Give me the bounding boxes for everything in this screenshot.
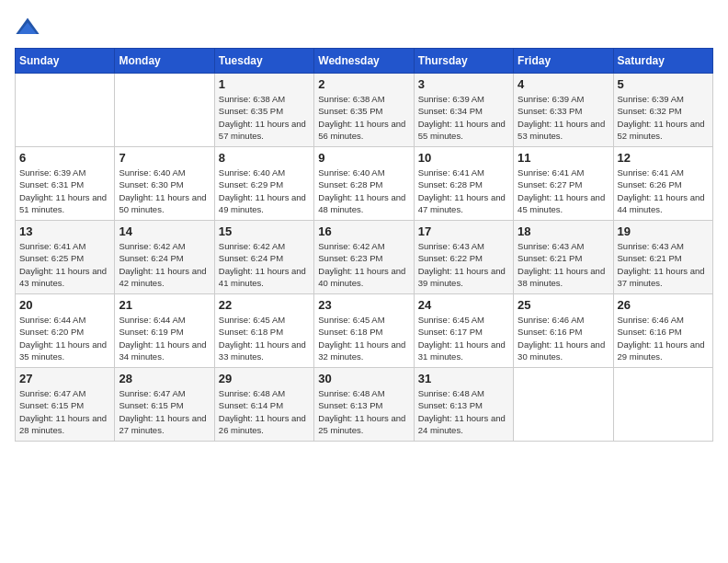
weekday-header-thursday: Thursday (414, 49, 513, 74)
day-number: 8 (219, 151, 310, 165)
day-info: Sunrise: 6:45 AM Sunset: 6:18 PM Dayligh… (219, 314, 310, 362)
day-info: Sunrise: 6:44 AM Sunset: 6:20 PM Dayligh… (19, 314, 110, 362)
calendar-week-row: 27Sunrise: 6:47 AM Sunset: 6:15 PM Dayli… (16, 368, 713, 442)
calendar-header-row: SundayMondayTuesdayWednesdayThursdayFrid… (16, 49, 713, 74)
calendar-cell: 13Sunrise: 6:41 AM Sunset: 6:25 PM Dayli… (16, 221, 115, 294)
calendar-cell (613, 368, 712, 442)
day-number: 12 (618, 151, 709, 165)
logo-icon (15, 15, 40, 40)
day-number: 15 (219, 224, 310, 238)
day-info: Sunrise: 6:45 AM Sunset: 6:17 PM Dayligh… (418, 314, 509, 362)
day-number: 14 (119, 224, 210, 238)
calendar-cell: 7Sunrise: 6:40 AM Sunset: 6:30 PM Daylig… (115, 147, 214, 221)
day-number: 7 (119, 151, 210, 165)
day-info: Sunrise: 6:41 AM Sunset: 6:28 PM Dayligh… (418, 167, 509, 215)
day-number: 5 (618, 77, 709, 91)
calendar-cell: 12Sunrise: 6:41 AM Sunset: 6:26 PM Dayli… (613, 147, 712, 221)
day-info: Sunrise: 6:39 AM Sunset: 6:33 PM Dayligh… (518, 93, 609, 142)
day-number: 1 (219, 77, 310, 91)
day-info: Sunrise: 6:48 AM Sunset: 6:13 PM Dayligh… (318, 387, 409, 436)
calendar-week-row: 1Sunrise: 6:38 AM Sunset: 6:35 PM Daylig… (16, 74, 713, 147)
day-info: Sunrise: 6:47 AM Sunset: 6:15 PM Dayligh… (19, 387, 110, 436)
day-info: Sunrise: 6:41 AM Sunset: 6:27 PM Dayligh… (518, 167, 609, 215)
day-number: 19 (618, 224, 709, 238)
calendar-cell: 29Sunrise: 6:48 AM Sunset: 6:14 PM Dayli… (214, 368, 313, 442)
calendar-cell: 20Sunrise: 6:44 AM Sunset: 6:20 PM Dayli… (16, 294, 115, 368)
day-number: 31 (418, 372, 509, 385)
weekday-header-monday: Monday (115, 49, 214, 74)
day-info: Sunrise: 6:39 AM Sunset: 6:32 PM Dayligh… (618, 93, 709, 142)
day-info: Sunrise: 6:45 AM Sunset: 6:18 PM Dayligh… (318, 314, 409, 362)
calendar-cell: 22Sunrise: 6:45 AM Sunset: 6:18 PM Dayli… (214, 294, 313, 368)
day-info: Sunrise: 6:48 AM Sunset: 6:14 PM Dayligh… (219, 387, 310, 436)
day-number: 22 (219, 298, 310, 312)
calendar-cell: 10Sunrise: 6:41 AM Sunset: 6:28 PM Dayli… (414, 147, 513, 221)
weekday-header-friday: Friday (514, 49, 613, 74)
calendar-cell: 6Sunrise: 6:39 AM Sunset: 6:31 PM Daylig… (16, 147, 115, 221)
calendar-cell: 24Sunrise: 6:45 AM Sunset: 6:17 PM Dayli… (414, 294, 513, 368)
day-info: Sunrise: 6:41 AM Sunset: 6:26 PM Dayligh… (618, 167, 709, 215)
day-number: 17 (418, 224, 509, 238)
day-number: 23 (318, 298, 409, 312)
day-info: Sunrise: 6:42 AM Sunset: 6:24 PM Dayligh… (119, 240, 210, 289)
day-number: 9 (318, 151, 409, 165)
calendar-cell: 5Sunrise: 6:39 AM Sunset: 6:32 PM Daylig… (613, 74, 712, 147)
day-number: 2 (318, 77, 409, 91)
day-info: Sunrise: 6:39 AM Sunset: 6:31 PM Dayligh… (19, 167, 110, 215)
calendar-cell: 4Sunrise: 6:39 AM Sunset: 6:33 PM Daylig… (514, 74, 613, 147)
day-number: 20 (19, 298, 110, 312)
calendar-cell: 18Sunrise: 6:43 AM Sunset: 6:21 PM Dayli… (514, 221, 613, 294)
day-info: Sunrise: 6:39 AM Sunset: 6:34 PM Dayligh… (418, 93, 509, 142)
logo (15, 15, 44, 40)
calendar-cell: 11Sunrise: 6:41 AM Sunset: 6:27 PM Dayli… (514, 147, 613, 221)
day-info: Sunrise: 6:44 AM Sunset: 6:19 PM Dayligh… (119, 314, 210, 362)
day-info: Sunrise: 6:43 AM Sunset: 6:21 PM Dayligh… (618, 240, 709, 289)
day-number: 16 (318, 224, 409, 238)
weekday-header-saturday: Saturday (613, 49, 712, 74)
calendar-cell: 14Sunrise: 6:42 AM Sunset: 6:24 PM Dayli… (115, 221, 214, 294)
calendar-cell: 16Sunrise: 6:42 AM Sunset: 6:23 PM Dayli… (314, 221, 414, 294)
day-info: Sunrise: 6:43 AM Sunset: 6:22 PM Dayligh… (418, 240, 509, 289)
page-header (15, 15, 713, 40)
calendar-cell: 9Sunrise: 6:40 AM Sunset: 6:28 PM Daylig… (314, 147, 414, 221)
calendar-cell: 28Sunrise: 6:47 AM Sunset: 6:15 PM Dayli… (115, 368, 214, 442)
calendar-cell (16, 74, 115, 147)
calendar-cell (115, 74, 214, 147)
calendar-cell: 19Sunrise: 6:43 AM Sunset: 6:21 PM Dayli… (613, 221, 712, 294)
calendar-cell: 25Sunrise: 6:46 AM Sunset: 6:16 PM Dayli… (514, 294, 613, 368)
calendar-cell: 23Sunrise: 6:45 AM Sunset: 6:18 PM Dayli… (314, 294, 414, 368)
day-number: 29 (219, 372, 310, 385)
calendar-week-row: 13Sunrise: 6:41 AM Sunset: 6:25 PM Dayli… (16, 221, 713, 294)
day-number: 21 (119, 298, 210, 312)
weekday-header-sunday: Sunday (16, 49, 115, 74)
calendar-cell: 3Sunrise: 6:39 AM Sunset: 6:34 PM Daylig… (414, 74, 513, 147)
day-info: Sunrise: 6:38 AM Sunset: 6:35 PM Dayligh… (318, 93, 409, 142)
calendar-cell: 30Sunrise: 6:48 AM Sunset: 6:13 PM Dayli… (314, 368, 414, 442)
calendar-table: SundayMondayTuesdayWednesdayThursdayFrid… (15, 48, 713, 442)
weekday-header-tuesday: Tuesday (214, 49, 313, 74)
calendar-cell: 21Sunrise: 6:44 AM Sunset: 6:19 PM Dayli… (115, 294, 214, 368)
day-number: 27 (19, 372, 110, 385)
day-number: 18 (518, 224, 609, 238)
day-info: Sunrise: 6:40 AM Sunset: 6:29 PM Dayligh… (219, 167, 310, 215)
day-info: Sunrise: 6:47 AM Sunset: 6:15 PM Dayligh… (119, 387, 210, 436)
day-info: Sunrise: 6:46 AM Sunset: 6:16 PM Dayligh… (518, 314, 609, 362)
calendar-cell: 15Sunrise: 6:42 AM Sunset: 6:24 PM Dayli… (214, 221, 313, 294)
calendar-week-row: 20Sunrise: 6:44 AM Sunset: 6:20 PM Dayli… (16, 294, 713, 368)
day-info: Sunrise: 6:46 AM Sunset: 6:16 PM Dayligh… (618, 314, 709, 362)
calendar-cell: 1Sunrise: 6:38 AM Sunset: 6:35 PM Daylig… (214, 74, 313, 147)
calendar-cell: 17Sunrise: 6:43 AM Sunset: 6:22 PM Dayli… (414, 221, 513, 294)
calendar-cell: 2Sunrise: 6:38 AM Sunset: 6:35 PM Daylig… (314, 74, 414, 147)
day-number: 11 (518, 151, 609, 165)
day-info: Sunrise: 6:40 AM Sunset: 6:30 PM Dayligh… (119, 167, 210, 215)
day-number: 25 (518, 298, 609, 312)
day-number: 4 (518, 77, 609, 91)
calendar-cell: 27Sunrise: 6:47 AM Sunset: 6:15 PM Dayli… (16, 368, 115, 442)
day-number: 3 (418, 77, 509, 91)
day-number: 24 (418, 298, 509, 312)
day-number: 28 (119, 372, 210, 385)
calendar-cell: 8Sunrise: 6:40 AM Sunset: 6:29 PM Daylig… (214, 147, 313, 221)
day-number: 30 (318, 372, 409, 385)
day-info: Sunrise: 6:48 AM Sunset: 6:13 PM Dayligh… (418, 387, 509, 436)
day-info: Sunrise: 6:41 AM Sunset: 6:25 PM Dayligh… (19, 240, 110, 289)
